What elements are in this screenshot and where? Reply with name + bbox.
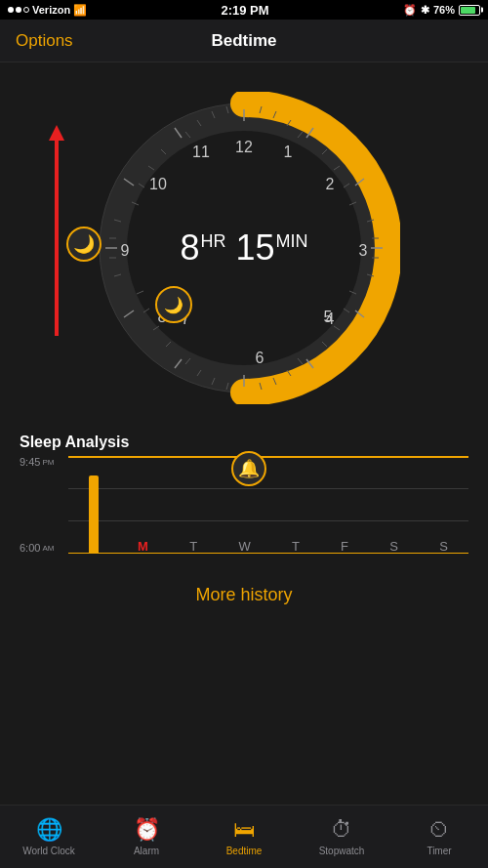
dot2 xyxy=(16,7,21,13)
carrier-label: Verizon xyxy=(32,4,70,16)
status-bar: Verizon 📶 2:19 PM ⏰ ✱ 76% xyxy=(0,0,488,20)
svg-text:2: 2 xyxy=(326,176,335,192)
tab-bar: 🌐 World Clock ⏰ Alarm 🛏 Bedtime ⏱ Stopwa… xyxy=(0,805,488,868)
stopwatch-icon: ⏱ xyxy=(331,817,352,843)
svg-text:10: 10 xyxy=(149,176,167,192)
day-thursday: T xyxy=(292,539,300,554)
day-monday: M xyxy=(138,539,148,554)
hours-value: 8 xyxy=(180,227,199,268)
day-wednesday: W xyxy=(238,539,250,554)
sleep-time-display: 8HR 15MIN xyxy=(180,227,307,269)
svg-text:6: 6 xyxy=(256,350,264,366)
timer-label: Timer xyxy=(427,846,451,856)
tab-alarm[interactable]: ⏰ Alarm xyxy=(98,817,195,856)
battery-fill xyxy=(461,7,475,14)
page-title: Bedtime xyxy=(211,31,276,51)
svg-text:🌙: 🌙 xyxy=(164,296,183,314)
tab-world-clock[interactable]: 🌐 World Clock xyxy=(0,817,98,856)
wifi-icon: 📶 xyxy=(73,4,87,17)
hr-label: HR xyxy=(200,231,225,251)
bedtime-icon: 🛏 xyxy=(233,817,255,843)
chart-area: M T W T F S S xyxy=(68,456,468,554)
sleep-handle[interactable]: 🌙 xyxy=(66,227,102,262)
min-label: MIN xyxy=(276,231,308,251)
day-sunday: S xyxy=(439,539,448,554)
days-row: M T W T F S S xyxy=(68,539,468,554)
dot1 xyxy=(8,7,14,13)
svg-text:11: 11 xyxy=(192,144,210,160)
orange-line-top xyxy=(68,456,468,458)
chart-line-mid2 xyxy=(68,520,468,521)
status-time: 2:19 PM xyxy=(221,3,268,18)
world-clock-label: World Clock xyxy=(22,846,75,856)
day-friday: F xyxy=(341,539,348,554)
main-content: 12 2 3 4 6 7 9 10 11 1 8 5 🌙 🔔 xyxy=(0,62,488,605)
svg-text:9: 9 xyxy=(121,242,130,259)
timer-icon: ⏲ xyxy=(428,817,450,843)
svg-text:12: 12 xyxy=(235,139,253,155)
day-tuesday: T xyxy=(189,539,197,554)
tab-stopwatch[interactable]: ⏱ Stopwatch xyxy=(293,817,390,856)
signal-dots xyxy=(8,7,29,13)
tab-timer[interactable]: ⏲ Timer xyxy=(390,817,488,856)
svg-text:1: 1 xyxy=(284,144,293,160)
bottom-time-label: 6:00AM xyxy=(20,542,54,554)
bluetooth-icon: ✱ xyxy=(421,4,429,17)
chart-line-mid1 xyxy=(68,488,468,489)
top-time-label: 9:45PM xyxy=(20,456,54,468)
sleep-analysis-title: Sleep Analysis xyxy=(20,434,468,451)
stopwatch-label: Stopwatch xyxy=(319,846,365,856)
status-right: ⏰ ✱ 76% xyxy=(403,4,480,17)
alarm-icon: ⏰ xyxy=(134,817,160,843)
minutes-value: 15 xyxy=(236,227,275,268)
world-clock-icon: 🌐 xyxy=(36,817,62,843)
alarm-status-icon: ⏰ xyxy=(403,4,417,17)
clock-svg: 12 2 3 4 6 7 9 10 11 1 8 5 🌙 🔔 xyxy=(88,92,400,404)
wake-handle[interactable]: 🔔 xyxy=(231,451,266,486)
header: Options Bedtime xyxy=(0,20,488,62)
svg-text:3: 3 xyxy=(359,242,368,259)
battery-percent: 76% xyxy=(433,4,455,16)
options-button[interactable]: Options xyxy=(16,31,73,51)
more-history-button[interactable]: More history xyxy=(0,585,488,605)
alarm-label: Alarm xyxy=(134,846,159,856)
bedtime-label: Bedtime xyxy=(226,846,263,856)
battery-icon xyxy=(459,5,480,16)
svg-text:5: 5 xyxy=(324,309,333,325)
status-left: Verizon 📶 xyxy=(8,4,87,17)
tab-bedtime[interactable]: 🛏 Bedtime xyxy=(195,817,293,856)
day-saturday: S xyxy=(389,539,398,554)
dot3 xyxy=(23,7,29,13)
chart-y-labels: 9:45PM 6:00AM xyxy=(20,456,54,554)
sleep-analysis-section: Sleep Analysis 9:45PM 6:00AM xyxy=(0,424,488,573)
